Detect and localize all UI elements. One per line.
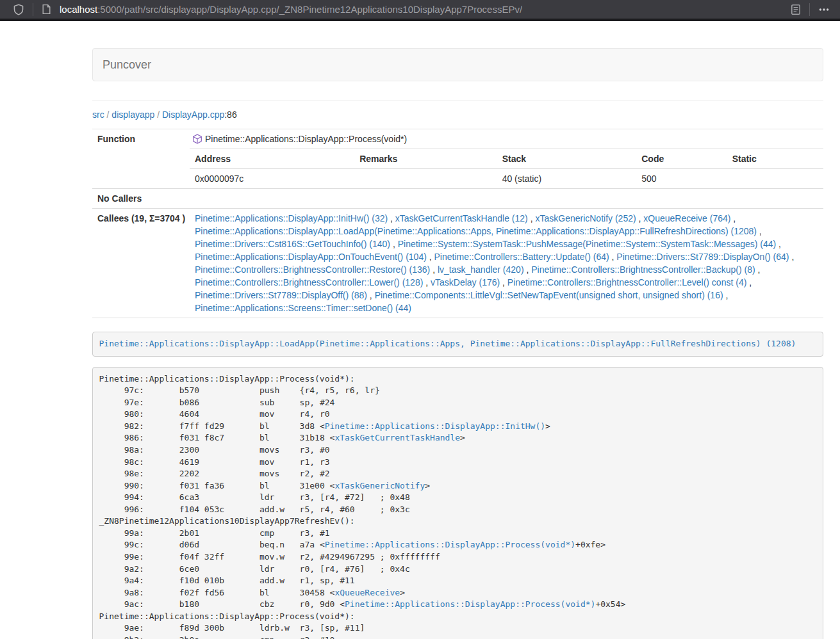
highlighted-callee-link[interactable]: Pinetime::Applications::DisplayApp::Load… [99, 339, 796, 348]
toolbar-divider [33, 3, 33, 16]
url-host: localhost [60, 4, 97, 15]
callee-link[interactable]: Pinetime::Controllers::BrightnessControl… [531, 264, 755, 275]
metrics-value-row: 0x0000097c 40 (static) 500 [190, 169, 823, 189]
callee-link[interactable]: xTaskGetCurrentTaskHandle (12) [395, 213, 528, 223]
assembly-symbol-link[interactable]: Pinetime::Applications::DisplayApp::Proc… [325, 540, 575, 549]
function-row: Function Pinetime::Applications::Display… [92, 129, 823, 189]
breadcrumb-link[interactable]: DisplayApp.cpp [162, 109, 224, 120]
toolbar-divider [809, 3, 810, 16]
stack-value: 40 (static) [497, 169, 637, 189]
remarks-value [354, 169, 497, 189]
breadcrumb-link[interactable]: src [92, 109, 104, 120]
highlighted-callee-box: Pinetime::Applications::DisplayApp::Load… [92, 332, 823, 357]
address-value: 0x0000097c [190, 169, 354, 189]
no-callers-label: No Callers [92, 189, 190, 209]
callees-row: Callees (19, Σ=3704 ) Pinetime::Applicat… [92, 209, 823, 318]
callee-link[interactable]: Pinetime::Drivers::St7789::DisplayOff() … [195, 290, 367, 300]
reader-mode-icon[interactable] [788, 1, 803, 18]
assembly-symbol-link[interactable]: xTaskGenericNotify [334, 481, 425, 490]
metrics-header-row: Address Remarks Stack Code Static [190, 149, 823, 169]
callee-link[interactable]: Pinetime::Drivers::Cst816S::GetTouchInfo… [195, 239, 390, 249]
callee-link[interactable]: Pinetime::System::SystemTask::PushMessag… [398, 239, 777, 249]
page-info-icon[interactable] [39, 1, 54, 17]
callee-link[interactable]: xTaskGenericNotify (252) [535, 213, 636, 223]
url-path: :5000/path/src/displayapp/DisplayApp.cpp… [97, 4, 522, 15]
breadcrumb: src / displayapp / DisplayApp.cpp:86 [92, 109, 823, 120]
callees-list: Pinetime::Applications::DisplayApp::Init… [190, 209, 823, 318]
callee-link[interactable]: Pinetime::Drivers::St7789::DisplayOn() (… [616, 252, 789, 262]
brand-link[interactable]: Puncover [93, 49, 161, 81]
no-callers-row: No Callers [92, 189, 823, 209]
callee-link[interactable]: Pinetime::Controllers::BrightnessControl… [195, 264, 430, 275]
callee-link[interactable]: xQueueReceive (764) [643, 213, 730, 223]
function-name: Pinetime::Applications::DisplayApp::Proc… [205, 134, 407, 144]
url-field[interactable]: localhost:5000/path/src/displayapp/Displ… [60, 4, 522, 15]
col-code: Code [636, 149, 727, 169]
callee-link[interactable]: lv_task_handler (420) [438, 264, 524, 275]
col-static: Static [727, 149, 823, 169]
breadcrumb-link[interactable]: displayapp [111, 109, 154, 120]
col-address: Address [190, 149, 354, 169]
callee-link[interactable]: Pinetime::Applications::Screens::Timer::… [195, 303, 411, 313]
callee-link[interactable]: Pinetime::Controllers::Battery::Update()… [434, 252, 609, 262]
navbar: Puncover [92, 48, 823, 81]
callees-label: Callees (19, Σ=3704 ) [92, 209, 190, 318]
callee-link[interactable]: Pinetime::Applications::DisplayApp::OnTo… [195, 252, 427, 262]
callee-link[interactable]: Pinetime::Applications::DisplayApp::Load… [195, 226, 757, 236]
assembly-symbol-link[interactable]: Pinetime::Applications::DisplayApp::Proc… [345, 599, 595, 609]
divider [92, 100, 823, 101]
symbol-cube-icon [192, 134, 202, 144]
function-name-line: Pinetime::Applications::DisplayApp::Proc… [190, 129, 823, 149]
assembly-code: Pinetime::Applications::DisplayApp::Proc… [92, 367, 823, 639]
shield-icon[interactable] [10, 1, 27, 18]
browser-toolbar: localhost:5000/path/src/displayapp/Displ… [0, 0, 840, 21]
symbol-metrics-table: Address Remarks Stack Code Static 0x0000… [190, 149, 823, 188]
assembly-symbol-link[interactable]: xQueueReceive [334, 588, 400, 597]
symbol-table: Function Pinetime::Applications::Display… [92, 129, 823, 318]
col-stack: Stack [497, 149, 637, 169]
assembly-symbol-link[interactable]: Pinetime::Applications::DisplayApp::Init… [325, 421, 545, 431]
callee-link[interactable]: Pinetime::Components::LittleVgl::SetNewT… [375, 290, 723, 300]
callee-link[interactable]: Pinetime::Controllers::BrightnessControl… [507, 277, 746, 287]
static-value [727, 169, 823, 189]
callee-link[interactable]: Pinetime::Controllers::BrightnessControl… [195, 277, 423, 287]
page-container: Puncover src / displayapp / DisplayApp.c… [92, 48, 823, 639]
breadcrumb-separator: / [154, 109, 162, 120]
assembly-symbol-link[interactable]: xTaskGetCurrentTaskHandle [334, 433, 460, 442]
callee-link[interactable]: vTaskDelay (176) [431, 277, 500, 287]
col-remarks: Remarks [354, 149, 497, 169]
callee-link[interactable]: Pinetime::Applications::DisplayApp::Init… [195, 213, 388, 223]
code-value: 500 [636, 169, 727, 189]
function-row-label: Function [92, 129, 190, 189]
breadcrumb-line-number: :86 [224, 109, 236, 120]
more-menu-icon[interactable] [816, 1, 832, 18]
breadcrumb-separator: / [104, 109, 112, 120]
